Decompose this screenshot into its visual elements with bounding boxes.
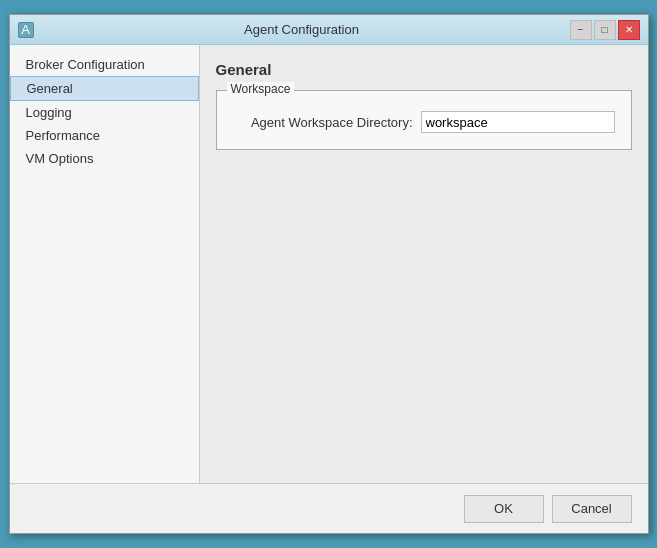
section-title: General: [216, 61, 632, 78]
main-content: Broker Configuration General Logging Per…: [10, 45, 648, 483]
title-bar: A Agent Configuration − □ ✕: [10, 15, 648, 45]
sidebar-item-broker-configuration[interactable]: Broker Configuration: [10, 53, 199, 76]
maximize-button[interactable]: □: [594, 20, 616, 40]
workspace-directory-label: Agent Workspace Directory:: [233, 115, 413, 130]
sidebar-item-logging[interactable]: Logging: [10, 101, 199, 124]
footer: OK Cancel: [10, 483, 648, 533]
minimize-button[interactable]: −: [570, 20, 592, 40]
window-controls: − □ ✕: [570, 20, 640, 40]
window-title: Agent Configuration: [34, 22, 570, 37]
window-icon: A: [18, 22, 34, 38]
workspace-directory-input[interactable]: [421, 111, 615, 133]
sidebar-item-performance[interactable]: Performance: [10, 124, 199, 147]
sidebar-item-general[interactable]: General: [10, 76, 199, 101]
close-button[interactable]: ✕: [618, 20, 640, 40]
workspace-directory-row: Agent Workspace Directory:: [233, 111, 615, 133]
sidebar-item-vm-options[interactable]: VM Options: [10, 147, 199, 170]
workspace-group: Workspace Agent Workspace Directory:: [216, 90, 632, 150]
content-area: General Workspace Agent Workspace Direct…: [200, 45, 648, 483]
ok-button[interactable]: OK: [464, 495, 544, 523]
cancel-button[interactable]: Cancel: [552, 495, 632, 523]
sidebar: Broker Configuration General Logging Per…: [10, 45, 200, 483]
agent-configuration-window: A Agent Configuration − □ ✕ Broker Confi…: [9, 14, 649, 534]
group-box-legend: Workspace: [227, 82, 295, 96]
